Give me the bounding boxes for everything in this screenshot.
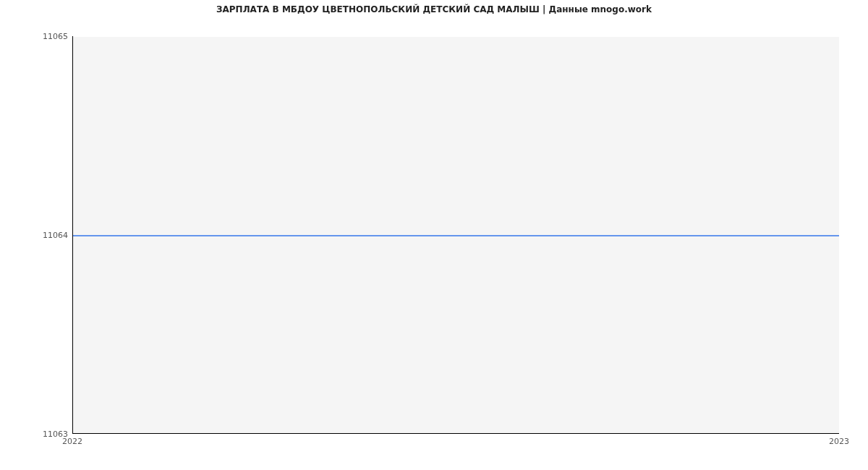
series-line-salary bbox=[73, 235, 839, 236]
x-tick-label: 2023 bbox=[829, 437, 849, 446]
y-tick-label: 11064 bbox=[43, 231, 68, 240]
plot-area bbox=[72, 36, 839, 434]
gridline-y bbox=[73, 36, 839, 37]
salary-line-chart: ЗАРПЛАТА В МБДОУ ЦВЕТНОПОЛЬСКИЙ ДЕТСКИЙ … bbox=[0, 0, 868, 470]
x-tick-label: 2022 bbox=[62, 437, 82, 446]
y-tick-label: 11065 bbox=[43, 32, 68, 41]
chart-title: ЗАРПЛАТА В МБДОУ ЦВЕТНОПОЛЬСКИЙ ДЕТСКИЙ … bbox=[0, 4, 868, 14]
